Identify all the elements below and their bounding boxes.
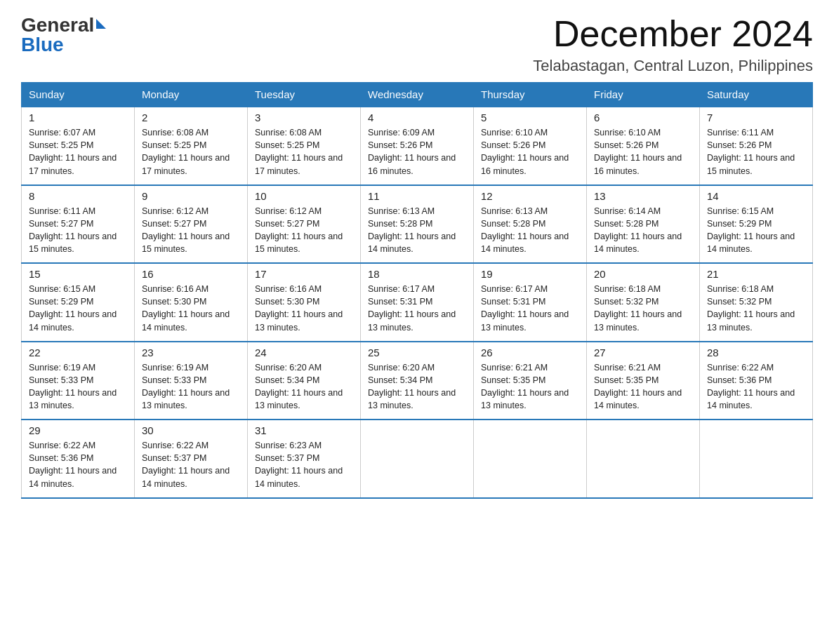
day-number: 21	[707, 268, 805, 280]
sunrise-label: Sunrise: 6:21 AM	[481, 363, 548, 373]
sunrise-label: Sunrise: 6:23 AM	[255, 441, 322, 450]
day-info: Sunrise: 6:18 AM Sunset: 5:32 PM Dayligh…	[707, 283, 805, 334]
sunset-label: Sunset: 5:36 PM	[707, 375, 772, 385]
sunset-label: Sunset: 5:34 PM	[368, 375, 432, 385]
sunset-label: Sunset: 5:34 PM	[255, 375, 319, 385]
daylight-label: Daylight: 11 hours and 13 minutes.	[29, 388, 117, 410]
calendar-cell: 22 Sunrise: 6:19 AM Sunset: 5:33 PM Dayl…	[22, 342, 135, 420]
header-wednesday: Wednesday	[361, 83, 474, 107]
calendar-cell: 20 Sunrise: 6:18 AM Sunset: 5:32 PM Dayl…	[587, 263, 700, 342]
sunrise-label: Sunrise: 6:19 AM	[29, 363, 95, 373]
calendar-week-row-2: 8 Sunrise: 6:11 AM Sunset: 5:27 PM Dayli…	[22, 185, 813, 264]
daylight-label: Daylight: 11 hours and 16 minutes.	[594, 153, 682, 175]
day-number: 9	[142, 190, 240, 202]
day-number: 23	[142, 347, 240, 358]
day-info: Sunrise: 6:07 AM Sunset: 5:25 PM Dayligh…	[29, 126, 127, 177]
daylight-label: Daylight: 11 hours and 13 minutes.	[368, 309, 456, 332]
day-info: Sunrise: 6:10 AM Sunset: 5:26 PM Dayligh…	[594, 126, 692, 177]
sunrise-label: Sunrise: 6:17 AM	[481, 284, 548, 294]
sunset-label: Sunset: 5:32 PM	[707, 297, 772, 307]
sunrise-label: Sunrise: 6:10 AM	[594, 128, 661, 137]
day-number: 4	[368, 112, 466, 123]
sunrise-label: Sunrise: 6:22 AM	[707, 363, 774, 373]
calendar-cell: 24 Sunrise: 6:20 AM Sunset: 5:34 PM Dayl…	[248, 342, 361, 420]
calendar-cell: 1 Sunrise: 6:07 AM Sunset: 5:25 PM Dayli…	[22, 107, 135, 185]
calendar-cell: 30 Sunrise: 6:22 AM Sunset: 5:37 PM Dayl…	[135, 420, 248, 498]
calendar-week-row-1: 1 Sunrise: 6:07 AM Sunset: 5:25 PM Dayli…	[22, 107, 813, 185]
daylight-label: Daylight: 11 hours and 14 minutes.	[481, 232, 569, 254]
day-info: Sunrise: 6:09 AM Sunset: 5:26 PM Dayligh…	[368, 126, 466, 177]
calendar-cell: 9 Sunrise: 6:12 AM Sunset: 5:27 PM Dayli…	[135, 185, 248, 264]
day-number: 20	[594, 268, 692, 280]
day-number: 25	[368, 347, 466, 358]
day-number: 11	[368, 190, 466, 202]
calendar-cell: 16 Sunrise: 6:16 AM Sunset: 5:30 PM Dayl…	[135, 263, 248, 342]
daylight-label: Daylight: 11 hours and 15 minutes.	[142, 232, 230, 254]
calendar-cell: 5 Sunrise: 6:10 AM Sunset: 5:26 PM Dayli…	[474, 107, 587, 185]
day-number: 5	[481, 112, 579, 123]
calendar-cell	[474, 420, 587, 498]
sunset-label: Sunset: 5:27 PM	[142, 219, 206, 229]
sunset-label: Sunset: 5:26 PM	[594, 140, 658, 150]
logo-blue-text: Blue	[21, 34, 64, 55]
calendar-cell: 28 Sunrise: 6:22 AM Sunset: 5:36 PM Dayl…	[700, 342, 813, 420]
sunrise-label: Sunrise: 6:20 AM	[255, 363, 322, 373]
sunrise-label: Sunrise: 6:07 AM	[29, 128, 95, 137]
day-info: Sunrise: 6:20 AM Sunset: 5:34 PM Dayligh…	[368, 361, 466, 412]
sunset-label: Sunset: 5:29 PM	[29, 297, 93, 307]
header-monday: Monday	[135, 83, 248, 107]
day-info: Sunrise: 6:22 AM Sunset: 5:37 PM Dayligh…	[142, 439, 240, 490]
day-info: Sunrise: 6:14 AM Sunset: 5:28 PM Dayligh…	[594, 205, 692, 256]
day-info: Sunrise: 6:22 AM Sunset: 5:36 PM Dayligh…	[29, 439, 127, 490]
sunset-label: Sunset: 5:32 PM	[594, 297, 658, 307]
daylight-label: Daylight: 11 hours and 17 minutes.	[255, 153, 343, 175]
logo-triangle-icon	[96, 19, 106, 29]
daylight-label: Daylight: 11 hours and 14 minutes.	[594, 232, 682, 254]
sunset-label: Sunset: 5:25 PM	[142, 140, 206, 150]
sunrise-label: Sunrise: 6:22 AM	[29, 441, 95, 450]
calendar-cell: 12 Sunrise: 6:13 AM Sunset: 5:28 PM Dayl…	[474, 185, 587, 264]
sunrise-label: Sunrise: 6:20 AM	[368, 363, 435, 373]
day-info: Sunrise: 6:08 AM Sunset: 5:25 PM Dayligh…	[255, 126, 353, 177]
month-title: December 2024	[533, 14, 813, 54]
sunrise-label: Sunrise: 6:17 AM	[368, 284, 435, 294]
day-info: Sunrise: 6:17 AM Sunset: 5:31 PM Dayligh…	[368, 283, 466, 334]
day-info: Sunrise: 6:10 AM Sunset: 5:26 PM Dayligh…	[481, 126, 579, 177]
sunrise-label: Sunrise: 6:16 AM	[142, 284, 208, 294]
header-thursday: Thursday	[474, 83, 587, 107]
day-info: Sunrise: 6:17 AM Sunset: 5:31 PM Dayligh…	[481, 283, 579, 334]
daylight-label: Daylight: 11 hours and 14 minutes.	[707, 388, 795, 410]
daylight-label: Daylight: 11 hours and 13 minutes.	[368, 388, 456, 410]
calendar-cell: 15 Sunrise: 6:15 AM Sunset: 5:29 PM Dayl…	[22, 263, 135, 342]
sunset-label: Sunset: 5:35 PM	[594, 375, 658, 385]
calendar-cell: 26 Sunrise: 6:21 AM Sunset: 5:35 PM Dayl…	[474, 342, 587, 420]
day-info: Sunrise: 6:16 AM Sunset: 5:30 PM Dayligh…	[142, 283, 240, 334]
daylight-label: Daylight: 11 hours and 13 minutes.	[255, 388, 343, 410]
sunset-label: Sunset: 5:30 PM	[142, 297, 206, 307]
calendar-cell: 10 Sunrise: 6:12 AM Sunset: 5:27 PM Dayl…	[248, 185, 361, 264]
calendar-cell: 14 Sunrise: 6:15 AM Sunset: 5:29 PM Dayl…	[700, 185, 813, 264]
header-tuesday: Tuesday	[248, 83, 361, 107]
day-info: Sunrise: 6:23 AM Sunset: 5:37 PM Dayligh…	[255, 439, 353, 490]
calendar-cell: 17 Sunrise: 6:16 AM Sunset: 5:30 PM Dayl…	[248, 263, 361, 342]
header-saturday: Saturday	[700, 83, 813, 107]
calendar-cell: 29 Sunrise: 6:22 AM Sunset: 5:36 PM Dayl…	[22, 420, 135, 498]
calendar-cell: 4 Sunrise: 6:09 AM Sunset: 5:26 PM Dayli…	[361, 107, 474, 185]
sunset-label: Sunset: 5:31 PM	[368, 297, 432, 307]
day-number: 22	[29, 347, 127, 358]
location-title: Telabastagan, Central Luzon, Philippines	[533, 57, 813, 75]
sunrise-label: Sunrise: 6:15 AM	[707, 206, 774, 216]
day-number: 31	[255, 424, 353, 436]
calendar-cell: 7 Sunrise: 6:11 AM Sunset: 5:26 PM Dayli…	[700, 107, 813, 185]
sunset-label: Sunset: 5:33 PM	[142, 375, 206, 385]
calendar-week-row-4: 22 Sunrise: 6:19 AM Sunset: 5:33 PM Dayl…	[22, 342, 813, 420]
calendar-cell: 25 Sunrise: 6:20 AM Sunset: 5:34 PM Dayl…	[361, 342, 474, 420]
sunset-label: Sunset: 5:25 PM	[29, 140, 93, 150]
daylight-label: Daylight: 11 hours and 14 minutes.	[255, 466, 343, 488]
day-number: 24	[255, 347, 353, 358]
daylight-label: Daylight: 11 hours and 16 minutes.	[481, 153, 569, 175]
title-area: December 2024 Telabastagan, Central Luzo…	[533, 14, 813, 75]
daylight-label: Daylight: 11 hours and 14 minutes.	[142, 309, 230, 332]
calendar-cell: 18 Sunrise: 6:17 AM Sunset: 5:31 PM Dayl…	[361, 263, 474, 342]
day-number: 18	[368, 268, 466, 280]
